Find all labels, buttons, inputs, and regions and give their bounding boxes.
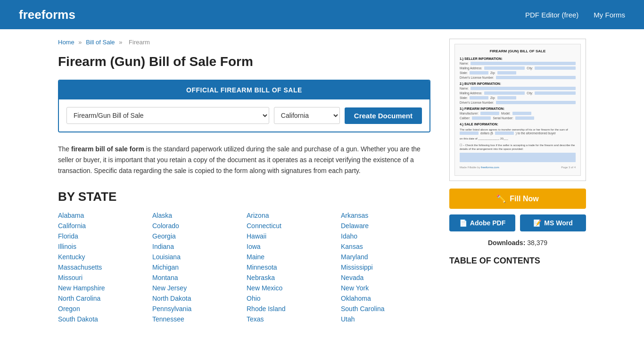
state-link[interactable]: Michigan	[152, 263, 242, 271]
doc-section-firearm: 3.) FIREARM INFORMATION:	[460, 107, 576, 110]
download-buttons: 📄 Adobe PDF 📝 MS Word	[449, 214, 586, 231]
create-document-button[interactable]: Create Document	[345, 107, 422, 124]
state-link[interactable]: Connecticut	[247, 222, 336, 230]
downloads-label: Downloads:	[488, 239, 525, 247]
breadcrumb-bill-of-sale[interactable]: Bill of Sale	[86, 39, 115, 46]
doc-sale-date-text: on this date of _____________, 20___	[460, 137, 576, 140]
sidebar: FIREARM (GUN) BILL OF SALE 1.) SELLER IN…	[449, 39, 586, 323]
doc-field-label: Name:	[460, 87, 469, 90]
doc-preview-inner: FIREARM (GUN) BILL OF SALE 1.) SELLER IN…	[454, 44, 581, 176]
state-link[interactable]: Rhode Island	[247, 305, 336, 313]
pdf-editor-link[interactable]: PDF Editor (free)	[525, 11, 578, 19]
state-link[interactable]: Georgia	[152, 232, 242, 240]
state-link[interactable]: New York	[341, 284, 430, 292]
state-link[interactable]: Iowa	[247, 243, 336, 250]
state-link[interactable]: South Carolina	[341, 305, 430, 313]
state-link[interactable]: Alabama	[58, 212, 148, 219]
state-link[interactable]: Alaska	[152, 212, 242, 219]
state-link[interactable]: Ohio	[247, 295, 336, 302]
state-link[interactable]: Colorado	[152, 222, 242, 230]
state-link[interactable]: Tennessee	[152, 315, 242, 323]
doc-field-label: Name:	[460, 62, 469, 65]
state-link[interactable]: Nebraska	[247, 274, 336, 281]
doc-footer-link[interactable]: freeforms.com	[481, 166, 499, 169]
state-link[interactable]: Massachusetts	[58, 263, 148, 271]
state-link[interactable]: Utah	[341, 315, 430, 323]
state-link[interactable]: North Dakota	[152, 295, 242, 302]
doc-field-box	[496, 76, 576, 79]
breadcrumb-sep-2: »	[119, 39, 122, 46]
state-link[interactable]: Idaho	[341, 232, 430, 240]
adobe-label: Adobe PDF	[470, 219, 505, 227]
doc-field-box	[495, 132, 514, 135]
logo[interactable]: freeforms	[19, 8, 75, 22]
state-link[interactable]: Montana	[152, 274, 242, 281]
doc-preview-title: FIREARM (GUN) BILL OF SALE	[460, 49, 576, 53]
state-link[interactable]: Mississippi	[341, 263, 430, 271]
state-link[interactable]: Indiana	[152, 243, 242, 250]
doc-field-label: Driver's License Number:	[460, 101, 494, 104]
doc-footer-page: Page 3 of 4	[561, 166, 576, 169]
doc-field-label: ) to the aforementioned buyer	[516, 132, 556, 135]
state-link[interactable]: Texas	[247, 315, 336, 323]
state-link[interactable]: Maryland	[341, 253, 430, 261]
my-forms-link[interactable]: My Forms	[594, 11, 625, 19]
adobe-pdf-button[interactable]: 📄 Adobe PDF	[449, 214, 515, 231]
state-link[interactable]: Oklahoma	[341, 295, 430, 302]
doc-field-label: Zip:	[490, 71, 495, 74]
state-link[interactable]: Minnesota	[247, 263, 336, 271]
word-icon: 📝	[533, 219, 541, 227]
word-label: MS Word	[544, 219, 572, 227]
state-link[interactable]: California	[58, 222, 148, 230]
header-nav: PDF Editor (free) My Forms	[525, 11, 625, 19]
doc-field-box	[460, 132, 479, 135]
form-box-header: OFFICIAL FIREARM BILL OF SALE	[59, 81, 429, 99]
state-link[interactable]: North Carolina	[58, 295, 148, 302]
state-link[interactable]: New Mexico	[247, 284, 336, 292]
breadcrumb: Home » Bill of Sale » Firearm	[58, 39, 430, 46]
main-container: Home » Bill of Sale » Firearm Firearm (G…	[39, 29, 605, 332]
state-link[interactable]: Illinois	[58, 243, 148, 250]
doc-field-row: Manufacturer: Model:	[460, 112, 576, 115]
state-link[interactable]: Louisiana	[152, 253, 242, 261]
breadcrumb-home[interactable]: Home	[58, 39, 74, 46]
doc-field-label: Mailing Address:	[460, 91, 482, 95]
doc-field-box	[496, 101, 576, 104]
state-link[interactable]: Kansas	[341, 243, 430, 250]
state-link[interactable]: Delaware	[341, 222, 430, 230]
by-state-title: BY STATE	[58, 189, 430, 204]
doc-section-seller: 1.) SELLER INFORMATION:	[460, 57, 576, 60]
state-link[interactable]: New Hampshire	[58, 284, 148, 292]
state-link[interactable]: Oregon	[58, 305, 148, 313]
state-select[interactable]: California Alabama Alaska Arizona Colora…	[274, 107, 340, 124]
state-link[interactable]: Florida	[58, 232, 148, 240]
state-link[interactable]: Maine	[247, 253, 336, 261]
header: freeforms PDF Editor (free) My Forms	[0, 0, 644, 29]
page-title: Firearm (Gun) Bill of Sale Form	[58, 54, 430, 69]
doc-field-label: Zip:	[490, 96, 495, 99]
state-link[interactable]: Arizona	[247, 212, 336, 219]
state-link[interactable]: Nevada	[341, 274, 430, 281]
doc-field-box	[480, 112, 499, 115]
fill-now-label: Fill Now	[510, 195, 538, 203]
state-link[interactable]: Missouri	[58, 274, 148, 281]
doc-field-box	[497, 71, 516, 74]
state-link[interactable]: Hawaii	[247, 232, 336, 240]
fill-now-button[interactable]: ✏️ Fill Now	[449, 189, 586, 209]
doc-field-row: Name:	[460, 62, 576, 65]
state-link[interactable]: Arkansas	[341, 212, 430, 219]
state-link[interactable]: New Jersey	[152, 284, 242, 292]
state-link[interactable]: South Dakota	[58, 315, 148, 323]
desc-part1: The	[58, 145, 71, 153]
breadcrumb-sep-1: »	[78, 39, 82, 46]
ms-word-button[interactable]: 📝 MS Word	[520, 214, 586, 231]
description: The firearm bill of sale form is the sta…	[58, 144, 430, 176]
doc-field-label: Mailing Address:	[460, 66, 482, 70]
doc-section-buyer: 2.) BUYER INFORMATION:	[460, 82, 576, 85]
doc-field-label: City:	[527, 91, 533, 95]
doc-field-label: Manufacturer:	[460, 112, 479, 115]
form-type-select[interactable]: Firearm/Gun Bill of Sale Bill of Sale Ve…	[66, 107, 269, 124]
state-link[interactable]: Kentucky	[58, 253, 148, 261]
state-link[interactable]: Pennsylvania	[152, 305, 242, 313]
downloads-text: Downloads: 38,379	[449, 239, 586, 247]
